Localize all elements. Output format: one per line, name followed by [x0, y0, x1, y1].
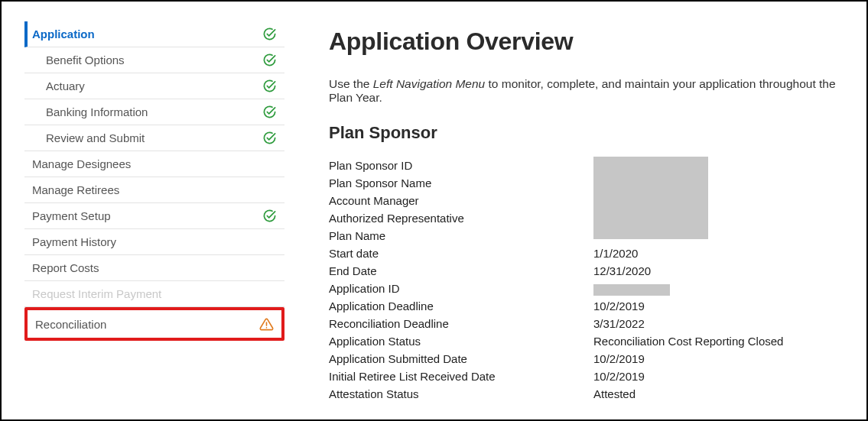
nav-item-label: Manage Designees [32, 157, 131, 170]
intro-text: Use the Left Navigation Menu to monitor,… [329, 77, 839, 105]
detail-label: Start date [329, 245, 593, 262]
app-frame: ApplicationBenefit OptionsActuaryBanking… [0, 0, 868, 421]
nav-item-application[interactable]: Application [24, 21, 284, 47]
detail-value: 3/31/2022 [593, 315, 839, 332]
redacted-block [593, 157, 708, 239]
detail-value: Attested [593, 385, 839, 403]
nav-item-label: Payment History [32, 235, 116, 248]
nav-item-review-and-submit[interactable]: Review and Submit [24, 125, 284, 151]
detail-value-text: 10/2/2019 [593, 370, 645, 383]
detail-row: Authorized Representative [329, 209, 839, 227]
nav-item-label: Reconciliation [35, 318, 106, 331]
nav-item-label: Manage Retirees [32, 183, 119, 196]
checkmark-icon [262, 27, 277, 41]
detail-value-text: 10/2/2019 [593, 352, 645, 365]
nav-item-label: Actuary [46, 79, 85, 92]
detail-row: Application StatusReconciliation Cost Re… [329, 332, 839, 350]
detail-row: Application Submitted Date10/2/2019 [329, 350, 839, 368]
detail-row: Application Deadline10/2/2019 [329, 297, 839, 315]
detail-value: 10/2/2019 [593, 297, 839, 315]
main-content: Application Overview Use the Left Naviga… [284, 21, 839, 419]
detail-label: Application Submitted Date [329, 350, 593, 368]
detail-row: Application ID [329, 280, 839, 297]
detail-row: Initial Retiree List Received Date10/2/2… [329, 368, 839, 385]
detail-value-text: 10/2/2019 [593, 300, 645, 313]
checkmark-icon [262, 209, 277, 223]
left-navigation-menu: ApplicationBenefit OptionsActuaryBanking… [24, 21, 284, 419]
nav-item-manage-designees[interactable]: Manage Designees [24, 151, 284, 177]
nav-item-label: Application [32, 28, 95, 40]
detail-label: Application Deadline [329, 297, 593, 315]
intro-menu-ref: Left Navigation Menu [373, 77, 485, 90]
checkmark-icon [262, 53, 277, 67]
detail-row: Account Manager [329, 192, 839, 209]
detail-label: Attestation Status [329, 385, 593, 403]
detail-label: Application ID [329, 280, 593, 297]
detail-value-text: Reconciliation Cost Reporting Closed [593, 335, 783, 348]
nav-item-label: Payment Setup [32, 209, 111, 222]
nav-item-payment-history[interactable]: Payment History [24, 229, 284, 255]
nav-item-label: Review and Submit [46, 131, 145, 144]
nav-item-report-costs[interactable]: Report Costs [24, 255, 284, 281]
detail-row: Attestation StatusAttested [329, 385, 839, 403]
detail-row: Plan Sponsor ID [329, 157, 839, 174]
detail-label: Plan Sponsor ID [329, 157, 593, 174]
detail-value-text: Attested [593, 387, 636, 400]
nav-item-label: Report Costs [32, 261, 99, 274]
nav-item-banking-information[interactable]: Banking Information [24, 99, 284, 125]
detail-value [593, 157, 839, 174]
nav-item-label: Request Interim Payment [32, 287, 161, 300]
section-title-plan-sponsor: Plan Sponsor [329, 123, 839, 143]
intro-pre: Use the [329, 77, 373, 90]
detail-value-text: 3/31/2022 [593, 317, 645, 330]
checkmark-icon [262, 131, 277, 145]
checkmark-icon [262, 79, 277, 93]
detail-row: End Date12/31/2020 [329, 262, 839, 280]
detail-label: Plan Sponsor Name [329, 174, 593, 192]
nav-item-actuary[interactable]: Actuary [24, 73, 284, 99]
detail-label: Application Status [329, 332, 593, 350]
detail-label: Initial Retiree List Received Date [329, 368, 593, 385]
detail-value: 10/2/2019 [593, 368, 839, 385]
nav-item-label: Banking Information [46, 105, 148, 118]
detail-row: Reconciliation Deadline3/31/2022 [329, 315, 839, 332]
detail-row: Plan Name [329, 227, 839, 245]
plan-sponsor-details: Plan Sponsor IDPlan Sponsor NameAccount … [329, 157, 839, 403]
detail-value: 10/2/2019 [593, 350, 839, 368]
checkmark-icon [262, 105, 277, 119]
detail-label: Reconciliation Deadline [329, 315, 593, 332]
detail-value: 12/31/2020 [593, 262, 839, 280]
detail-label: Account Manager [329, 192, 593, 209]
detail-value: Reconciliation Cost Reporting Closed [593, 332, 839, 350]
page-title: Application Overview [329, 28, 839, 56]
nav-item-reconciliation[interactable]: Reconciliation [24, 307, 284, 341]
detail-label: Authorized Representative [329, 209, 593, 227]
detail-value: 1/1/2020 [593, 245, 839, 262]
warning-icon [259, 317, 274, 332]
redacted-block [593, 284, 670, 296]
detail-value-text: 12/31/2020 [593, 264, 651, 277]
nav-item-benefit-options[interactable]: Benefit Options [24, 47, 284, 73]
detail-value-text: 1/1/2020 [593, 247, 638, 260]
detail-label: End Date [329, 262, 593, 280]
nav-item-label: Benefit Options [46, 53, 125, 66]
nav-item-request-interim-payment: Request Interim Payment [24, 281, 284, 307]
detail-row: Plan Sponsor Name [329, 174, 839, 192]
nav-item-payment-setup[interactable]: Payment Setup [24, 203, 284, 229]
detail-value [593, 280, 839, 297]
detail-label: Plan Name [329, 227, 593, 245]
nav-item-manage-retirees[interactable]: Manage Retirees [24, 177, 284, 203]
detail-row: Start date1/1/2020 [329, 245, 839, 262]
